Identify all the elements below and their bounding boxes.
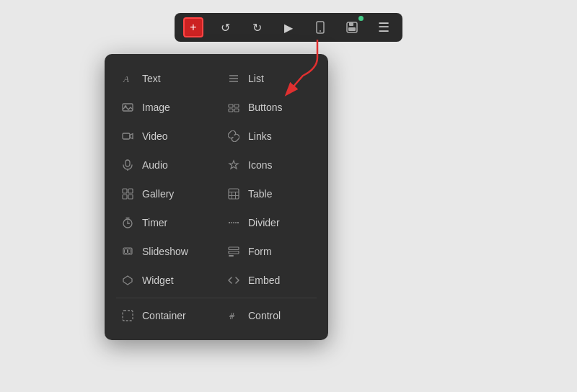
toolbar: + ↺ ↻ ▶ ☰ — [175, 13, 402, 42]
svg-rect-40 — [229, 255, 234, 257]
svg-text:#: # — [229, 311, 235, 321]
menu-item-embed[interactable]: Embed — [216, 266, 322, 295]
menu-item-gallery[interactable]: Gallery — [110, 179, 216, 208]
menu-item-control-label: Control — [248, 310, 281, 321]
play-icon: ▶ — [284, 21, 293, 35]
video-icon — [120, 129, 135, 143]
menu-item-embed-label: Embed — [248, 275, 280, 286]
svg-point-1 — [320, 30, 321, 32]
icons-icon — [226, 158, 241, 172]
undo-icon: ↺ — [221, 21, 230, 35]
gallery-icon — [120, 187, 135, 201]
menu-item-text[interactable]: A Text — [110, 64, 216, 93]
menu-item-buttons[interactable]: Buttons — [216, 93, 322, 122]
timer-icon — [120, 215, 135, 230]
audio-icon — [120, 158, 135, 172]
svg-rect-16 — [123, 133, 130, 139]
menu-item-container-label: Container — [142, 310, 186, 321]
mobile-icon — [314, 21, 327, 34]
container-icon — [120, 308, 135, 323]
menu-item-text-label: Text — [142, 73, 161, 84]
list-icon — [226, 71, 241, 86]
menu-item-widget[interactable]: Widget — [110, 266, 216, 295]
svg-rect-22 — [128, 195, 133, 199]
svg-rect-20 — [128, 189, 133, 193]
svg-rect-41 — [123, 311, 133, 321]
svg-rect-39 — [229, 251, 239, 254]
menu-item-image[interactable]: Image — [110, 93, 216, 122]
image-icon — [120, 100, 135, 115]
divider-icon — [226, 215, 241, 230]
menu-item-audio-label: Audio — [142, 159, 168, 171]
menu-item-form-label: Form — [248, 246, 272, 257]
svg-rect-23 — [229, 189, 239, 199]
form-icon — [226, 244, 241, 259]
plus-icon: + — [190, 21, 196, 34]
undo-button[interactable]: ↺ — [215, 17, 235, 37]
svg-rect-13 — [234, 104, 239, 107]
menu-item-image-label: Image — [142, 102, 170, 113]
svg-rect-38 — [229, 247, 239, 250]
svg-rect-37 — [128, 249, 131, 254]
menu-item-table[interactable]: Table — [216, 179, 322, 208]
menu-item-audio[interactable]: Audio — [110, 151, 216, 179]
embed-icon — [226, 273, 241, 288]
svg-rect-3 — [349, 22, 353, 26]
menu-item-widget-label: Widget — [142, 275, 174, 286]
menu-item-form[interactable]: Form — [216, 237, 322, 266]
menu-divider — [116, 298, 317, 298]
menu-item-divider-label: Divider — [248, 217, 280, 228]
svg-rect-21 — [123, 195, 127, 199]
mobile-preview-button[interactable] — [310, 17, 330, 37]
table-icon — [226, 187, 241, 201]
hamburger-menu-button[interactable]: ☰ — [374, 17, 394, 37]
buttons-icon — [226, 100, 241, 115]
menu-item-links[interactable]: Links — [216, 122, 322, 151]
menu-item-slideshow[interactable]: Slideshow — [110, 237, 216, 266]
svg-text:A: A — [123, 74, 129, 84]
menu-item-slideshow-label: Slideshow — [142, 246, 188, 257]
control-icon: # — [226, 308, 241, 323]
menu-item-table-label: Table — [248, 188, 272, 200]
save-icon — [345, 21, 358, 34]
svg-rect-36 — [125, 249, 128, 254]
hamburger-icon: ☰ — [378, 19, 389, 35]
menu-item-list[interactable]: List — [216, 64, 322, 93]
svg-rect-12 — [229, 104, 233, 107]
redo-button[interactable]: ↻ — [247, 17, 267, 37]
menu-item-timer-label: Timer — [142, 217, 167, 228]
menu-grid: A Text List — [110, 64, 322, 330]
menu-item-video-label: Video — [142, 130, 168, 142]
menu-item-container[interactable]: Container — [110, 301, 216, 330]
widget-icon — [120, 273, 135, 288]
menu-item-control[interactable]: # Control — [216, 301, 322, 330]
redo-icon: ↻ — [252, 21, 262, 35]
svg-rect-14 — [229, 109, 233, 112]
menu-item-divider[interactable]: Divider — [216, 208, 322, 237]
svg-rect-4 — [348, 27, 356, 31]
add-element-dropdown: A Text List — [105, 54, 328, 340]
play-button[interactable]: ▶ — [278, 17, 299, 37]
menu-item-icons-label: Icons — [248, 159, 272, 171]
menu-item-timer[interactable]: Timer — [110, 208, 216, 237]
svg-rect-17 — [125, 160, 130, 166]
svg-rect-19 — [123, 189, 127, 193]
text-icon: A — [120, 71, 135, 86]
menu-item-video[interactable]: Video — [110, 122, 216, 151]
menu-item-list-label: List — [248, 73, 264, 84]
links-icon — [226, 129, 241, 143]
menu-item-icons[interactable]: Icons — [216, 151, 322, 179]
slideshow-icon — [120, 244, 135, 259]
save-status-dot — [358, 16, 364, 21]
menu-item-links-label: Links — [248, 130, 272, 142]
menu-item-buttons-label: Buttons — [248, 102, 282, 113]
menu-item-gallery-label: Gallery — [142, 188, 174, 200]
svg-rect-15 — [234, 109, 239, 112]
add-button[interactable]: + — [183, 17, 203, 37]
